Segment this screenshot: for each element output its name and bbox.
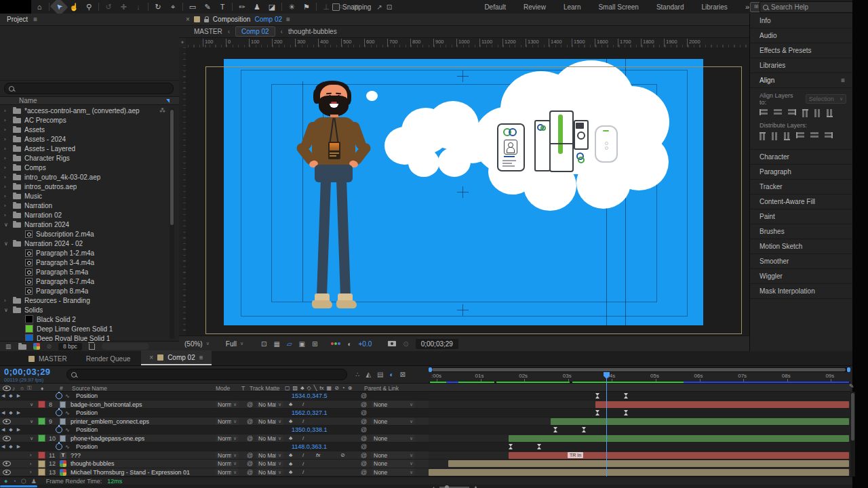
property-row[interactable]: ◀ ◆ ▶∿Position1148.0,363.1@ — [0, 443, 429, 451]
keyframe-navigator[interactable]: ◀ ◆ ▶ — [1, 426, 26, 434]
tree-item[interactable]: Deep Royal Blue Solid 1 — [0, 333, 168, 341]
snapshot-icon[interactable] — [388, 341, 396, 346]
expand-icon[interactable]: › — [4, 174, 9, 180]
matte-pick-whip-icon[interactable]: @ — [247, 434, 255, 443]
parent-dropdown[interactable]: None∨ — [372, 460, 415, 468]
project-panel-tab[interactable]: Project ≡ — [0, 14, 179, 26]
align-bottom-icon[interactable] — [827, 109, 833, 117]
frame-blending-icon[interactable]: ▤ — [377, 371, 383, 378]
track-matte-dropdown[interactable]: No Matte∨ — [256, 418, 283, 426]
layer-name[interactable]: ??? — [71, 451, 212, 460]
layer-row[interactable]: ›13Michael Thornsburg - Stand - Expressi… — [0, 468, 429, 477]
lock-icon[interactable] — [204, 19, 209, 22]
parent-dropdown[interactable]: None∨ — [372, 468, 415, 476]
matte-pick-whip-icon[interactable]: @ — [247, 401, 255, 409]
expand-icon[interactable]: › — [4, 203, 9, 209]
keyframe-icon[interactable] — [537, 444, 541, 449]
zoom-out-mountain-icon[interactable]: ▲ — [431, 485, 436, 488]
expand-icon[interactable]: › — [4, 136, 9, 142]
matte-pick-whip-icon[interactable]: @ — [247, 468, 255, 476]
property-value[interactable]: 1562.0,327.1 — [292, 409, 353, 417]
layer-row[interactable]: ›11T???Normal∨@No Matte∨♣/fx⊘@None∨ — [0, 451, 429, 460]
align-left-icon[interactable] — [760, 109, 768, 115]
align-top-icon[interactable] — [802, 109, 808, 117]
clone-stamp-tool[interactable]: ♟ — [250, 1, 264, 13]
parent-pick-whip-icon[interactable]: @ — [361, 401, 369, 409]
layer-name[interactable]: printer_emblem_connect.eps — [71, 418, 212, 426]
blend-mode-dropdown[interactable]: Normal∨ — [216, 451, 239, 460]
property-value[interactable]: 1534.0,347.5 — [292, 392, 353, 400]
channel-icon[interactable] — [331, 342, 340, 345]
breadcrumb-root[interactable]: MASTER — [194, 28, 222, 35]
cache-indicator-icon[interactable]: ● — [4, 478, 7, 485]
quality-switch-icon[interactable]: ♣ — [289, 468, 296, 476]
layer-visibility-toggle[interactable] — [3, 460, 12, 468]
property-row[interactable]: ◀ ◆ ▶∿Position1534.0,347.5@ — [0, 392, 429, 401]
new-folder-icon[interactable] — [18, 344, 26, 350]
exposure-icon[interactable]: ◐ — [347, 340, 351, 348]
rotation-tool[interactable]: ↻ — [151, 1, 165, 13]
panel-tab-wiggler[interactable]: Wiggler — [750, 269, 853, 284]
shy-toggle-icon[interactable]: ⬡ — [21, 478, 26, 485]
panel-tab-info[interactable]: Info — [750, 14, 853, 28]
panel-tab-motion-sketch[interactable]: Motion Sketch — [750, 239, 853, 254]
tree-item[interactable]: ›Narration — [0, 201, 168, 210]
tree-item[interactable]: ›Assets - 2024 — [0, 134, 168, 144]
composition-mini-flowchart-icon[interactable]: ∴ — [355, 371, 359, 378]
layer-expand-icon[interactable]: › — [30, 451, 37, 460]
rectangle-tool[interactable]: ▭ — [186, 1, 199, 13]
collapse-switch-icon[interactable]: / — [302, 434, 309, 443]
layer-visibility-toggle[interactable] — [3, 401, 12, 409]
tree-item[interactable]: ›*access-control-anm_ (converted).aep⁂ — [0, 106, 168, 115]
timeline-zoom-control[interactable]: ▲ ▲ — [431, 484, 479, 488]
quality-switch-icon[interactable]: ♣ — [289, 418, 296, 426]
close-icon[interactable]: × — [149, 354, 153, 361]
layer-row[interactable]: ›12thought-bubblesNormal∨@No Matte∨♣/@No… — [0, 460, 429, 468]
property-row[interactable]: ◀ ◆ ▶∿Position1350.0,338.1@ — [0, 426, 429, 434]
property-name[interactable]: Position — [76, 443, 130, 451]
layer-track[interactable] — [429, 460, 850, 468]
horizontal-scrollbar-thumb[interactable] — [0, 485, 37, 487]
quality-switch-icon[interactable]: ♣ — [289, 451, 296, 460]
panel-tab-character[interactable]: Character — [750, 150, 853, 165]
transparency-grid-icon[interactable]: ▦ — [273, 340, 279, 348]
breadcrumb-tail[interactable]: thought-bubbles — [288, 28, 337, 35]
property-name[interactable]: Position — [76, 392, 130, 400]
keyframe-icon[interactable] — [624, 410, 628, 415]
stopwatch-icon[interactable] — [56, 443, 64, 451]
panel-tab-mask-interpolation[interactable]: Mask Interpolation — [750, 284, 853, 299]
ruler-origin-icon[interactable]: ⌖ — [179, 38, 186, 47]
blend-mode-dropdown[interactable]: Normal∨ — [216, 418, 239, 426]
snap-box-icon[interactable]: ⊡ — [387, 3, 392, 11]
axis-local-icon[interactable]: ⊥ — [319, 1, 333, 13]
quality-switch-icon[interactable]: ♣ — [289, 401, 296, 409]
view-options-icon[interactable]: ⊞ — [312, 340, 317, 348]
collapse-switch-icon[interactable]: / — [302, 418, 309, 426]
property-value[interactable]: 1148.0,363.1 — [292, 443, 353, 451]
shy-icon[interactable]: ▢ — [285, 385, 290, 391]
timeline-search-box[interactable] — [66, 369, 347, 380]
workspace-tab-small-screen[interactable]: Small Screen — [598, 3, 638, 11]
mask-visibility-icon[interactable]: ▱ — [287, 340, 292, 348]
region-of-interest-icon[interactable]: ⊡ — [261, 340, 267, 348]
timeline-tab-render-queue[interactable]: Render Queue — [78, 352, 139, 365]
distribute-right-icon[interactable] — [825, 132, 833, 138]
track-matte-dropdown[interactable]: No Matte∨ — [256, 468, 283, 476]
frame-blend-icon[interactable]: ╲ — [314, 385, 317, 391]
align-center-vertical-icon[interactable] — [814, 109, 821, 117]
new-composition-icon[interactable] — [33, 343, 40, 350]
current-time-field[interactable]: 0;00;03;29 00119 (29.97 fps) — [0, 367, 66, 383]
collapse-switch-icon[interactable]: / — [302, 468, 309, 476]
tree-item[interactable]: ›Narration 02 — [0, 210, 168, 220]
breadcrumb-current[interactable]: Comp 02 — [235, 26, 275, 37]
graph-icon[interactable]: ∿ — [65, 392, 72, 400]
blend-mode-dropdown[interactable]: Normal∨ — [216, 460, 239, 468]
property-row[interactable]: ◀ ◆ ▶∿Position1562.0,327.1@ — [0, 409, 429, 418]
timeline-tab-master[interactable]: MASTER — [20, 352, 75, 365]
pen-tool[interactable]: ✎ — [201, 1, 214, 13]
navigator-start-handle[interactable] — [429, 367, 432, 372]
matte-pick-whip-icon[interactable]: @ — [247, 418, 255, 426]
tree-item[interactable]: Black Solid 2 — [0, 314, 168, 324]
expand-icon[interactable]: › — [4, 184, 9, 190]
graph-icon[interactable]: ∿ — [65, 426, 72, 434]
